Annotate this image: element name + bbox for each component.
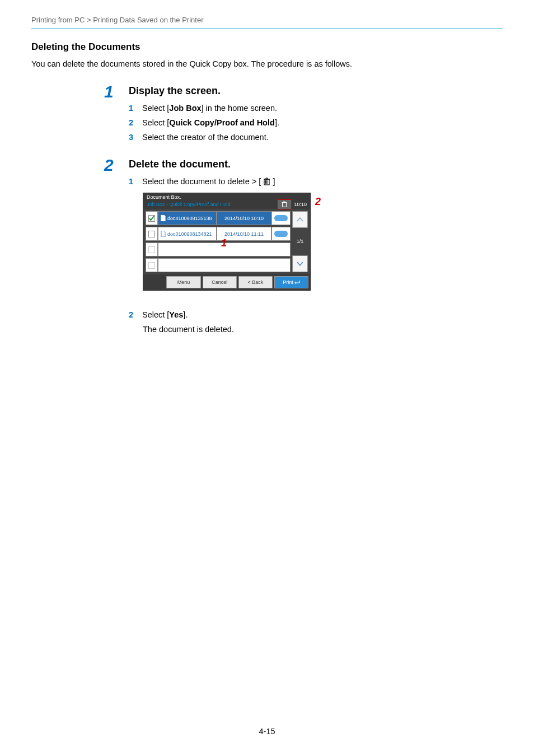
step-2-sub-1: 1 Select the document to delete > [ ] (129, 177, 503, 187)
table-row (146, 258, 291, 272)
page-indicator: 1/1 (292, 230, 308, 253)
scroll-down-button[interactable] (292, 255, 308, 272)
table-row (146, 242, 291, 256)
print-button[interactable]: Print (274, 276, 308, 288)
trash-button[interactable] (277, 199, 292, 209)
back-button[interactable]: < Back (238, 276, 273, 288)
step-1-number: 1 (104, 83, 118, 147)
doc-name-cell[interactable]: doc0100908134821 (158, 227, 217, 241)
substep-text: Select [Quick Copy/Proof and Hold]. (142, 118, 279, 127)
substep-number: 1 (129, 104, 135, 113)
screen-subtitle: Job Box - Quick Copy/Proof and Hold (147, 202, 231, 207)
substep-number: 1 (129, 177, 135, 186)
step-2: 2 Delete the document. 1 Select the docu… (104, 158, 503, 334)
menu-button[interactable]: Menu (166, 276, 200, 288)
result-note: The document is deleted. (143, 325, 503, 334)
svg-rect-1 (283, 203, 287, 207)
breadcrumb: Printing from PC > Printing Data Saved o… (31, 16, 503, 29)
substep-text: Select the document to delete > [ ] (142, 177, 275, 187)
substep-text: Select [Job Box] in the home screen. (142, 104, 277, 113)
table-row[interactable]: doc4100908135138 2014/10/10 10:10 (146, 211, 291, 225)
section-title: Deleting the Documents (31, 41, 503, 53)
step-1-sub-1: 1 Select [Job Box] in the home screen. (129, 104, 503, 113)
substep-number: 2 (129, 118, 135, 127)
checkbox[interactable] (146, 211, 158, 225)
checkbox[interactable] (146, 242, 158, 256)
document-icon (161, 231, 166, 237)
intro-text: You can delete the documents stored in t… (31, 59, 503, 68)
callout-1: 1 (221, 237, 227, 249)
substep-text: Select the creator of the document. (142, 133, 269, 142)
device-screenshot: Document Box. Job Box - Quick Copy/Proof… (143, 193, 327, 300)
substep-number: 2 (129, 310, 135, 319)
step-1-title: Display the screen. (129, 85, 503, 97)
checkbox[interactable] (146, 227, 158, 241)
trash-icon (263, 178, 270, 187)
step-2-number: 2 (104, 157, 118, 334)
step-1-sub-3: 3 Select the creator of the document. (129, 133, 503, 142)
chevron-down-icon (297, 262, 303, 266)
clock-label: 10:10 (294, 202, 307, 207)
chevron-up-icon (297, 217, 303, 222)
doc-name-cell[interactable]: doc4100908135138 (158, 211, 217, 225)
doc-date-cell: 2014/10/10 10:10 (217, 211, 271, 225)
step-1-sub-2: 2 Select [Quick Copy/Proof and Hold]. (129, 118, 503, 127)
trash-icon (282, 201, 287, 208)
checkbox[interactable] (146, 258, 158, 272)
enter-icon (294, 280, 300, 284)
step-1: 1 Display the screen. 1 Select [Job Box]… (104, 85, 503, 147)
check-icon (149, 216, 154, 221)
table-row[interactable]: doc0100908134821 2014/10/10 11:11 (146, 227, 291, 241)
scroll-up-button[interactable] (292, 211, 308, 228)
info-pill[interactable] (271, 227, 291, 241)
step-2-sub-2: 2 Select [Yes]. (129, 310, 503, 319)
button-spacer (145, 276, 165, 288)
cancel-button[interactable]: Cancel (203, 276, 237, 288)
info-pill[interactable] (271, 211, 291, 225)
substep-number: 3 (129, 133, 135, 142)
substep-text: Select [Yes]. (142, 310, 188, 319)
callout-2: 2 (315, 196, 321, 208)
document-icon (161, 215, 166, 221)
page-number: 4-15 (0, 727, 534, 736)
step-2-title: Delete the document. (129, 158, 503, 170)
